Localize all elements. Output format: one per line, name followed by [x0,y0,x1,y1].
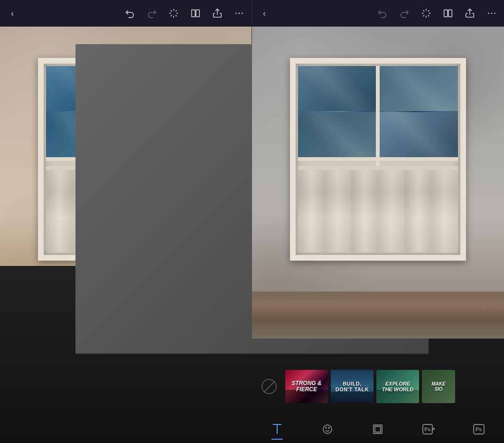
svg-line-35 [428,10,429,12]
ps-tool-button[interactable]: Ps [468,419,489,440]
svg-point-45 [328,427,329,428]
strong-fierce-label: STRONG &FIERCE [291,380,321,393]
right-toolbar: ‹ [252,0,504,27]
svg-rect-37 [448,10,452,17]
left-redo-button[interactable] [145,7,159,20]
left-toolbar: ‹ [0,0,252,27]
left-panel: ‹ [0,0,252,443]
look-item-bw[interactable]: B&W [187,344,247,410]
left-back-button[interactable]: ‹ [6,7,19,20]
svg-point-40 [494,13,495,14]
bw-thumbnail [188,344,245,401]
style-explore-world[interactable]: EXPLORETHE WORLD [376,370,419,403]
ps-edit-tool-button[interactable]: Ps [418,419,439,440]
right-magic-button[interactable] [420,7,433,20]
svg-point-10 [235,13,237,14]
right-redo-button[interactable] [398,7,411,20]
window-frame-right [290,58,467,261]
svg-rect-36 [444,10,448,17]
style-make-side[interactable]: MAKESIO [422,370,455,403]
svg-text:Ps: Ps [424,426,430,432]
svg-rect-8 [192,10,195,17]
left-share-button[interactable] [211,7,224,20]
svg-rect-9 [196,10,199,17]
style-build-dont-talk[interactable]: BUILD,DON'T TALK [331,370,373,403]
right-compare-button[interactable] [441,7,455,20]
frames-tool-button[interactable] [367,419,388,440]
left-more-button[interactable] [233,7,246,20]
explore-world-label: EXPLORETHE WORLD [382,381,414,392]
left-magic-button[interactable] [167,7,180,20]
right-undo-button[interactable] [376,7,389,20]
svg-text:Ps: Ps [476,426,482,432]
svg-point-39 [491,13,493,14]
svg-line-2 [171,10,172,12]
right-share-button[interactable] [463,7,476,20]
right-back-button[interactable]: ‹ [258,7,271,20]
svg-line-34 [423,15,425,17]
right-photo [252,27,504,339]
left-compare-button[interactable] [189,7,202,20]
left-undo-button[interactable] [123,7,137,20]
svg-line-6 [171,15,172,17]
right-image-area [252,27,504,339]
left-bottom-panel: My Looks Basic Charm [0,339,252,443]
svg-point-12 [242,13,243,14]
svg-line-7 [176,10,177,12]
svg-point-44 [326,427,327,428]
svg-line-30 [423,10,425,12]
svg-line-3 [176,15,177,17]
make-side-label: MAKESIO [431,381,445,392]
text-tool-button[interactable] [267,419,288,440]
svg-point-38 [488,13,489,14]
svg-point-43 [323,425,332,434]
no-style-icon [261,379,277,394]
style-strong-fierce[interactable]: STRONG &FIERCE [285,370,328,403]
svg-point-11 [239,13,240,14]
svg-rect-47 [375,426,381,432]
right-more-button[interactable] [485,7,498,20]
svg-line-31 [428,15,429,17]
build-dont-talk-label: BUILD,DON'T TALK [336,381,369,392]
sticker-tool-button[interactable] [317,419,338,440]
looks-grid: My Looks Basic Charm [0,339,252,415]
